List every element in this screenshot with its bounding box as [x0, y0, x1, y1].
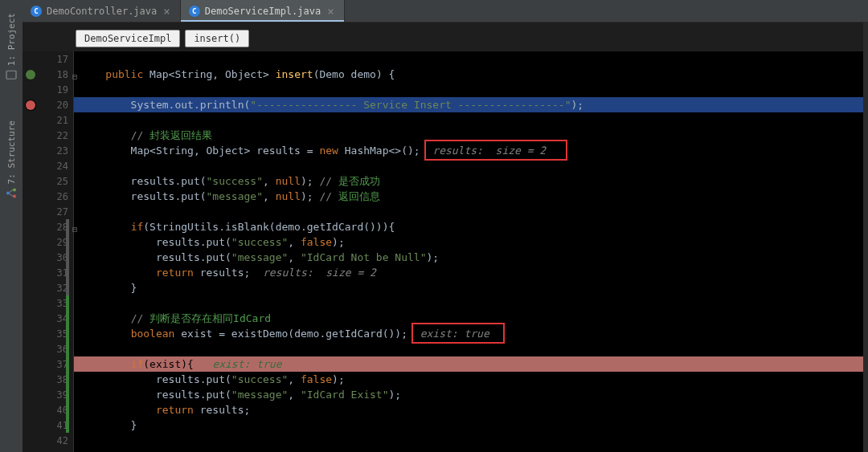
change-bar [66, 189, 69, 204]
code-area[interactable]: public Map<String, Object> insert(Demo d… [74, 51, 863, 452]
sidebar-tab-label: 7: Structure [6, 120, 17, 184]
code-line[interactable]: public Map<String, Object> insert(Demo d… [74, 67, 863, 82]
code-line[interactable]: results.put("success", false); [74, 234, 863, 250]
gutter-line[interactable]: 23 [23, 143, 73, 158]
code-line[interactable] [74, 82, 863, 97]
code-line[interactable]: results.put("message", "IdCard Exist"); [74, 387, 863, 402]
change-bar [66, 433, 69, 448]
change-bar [66, 250, 69, 265]
code-line[interactable]: // 封装返回结果 [74, 128, 863, 143]
gutter-line[interactable]: 26 [23, 189, 73, 204]
change-bar [66, 265, 69, 280]
tab-label: DemoServiceImpl.java [205, 6, 321, 17]
gutter-line[interactable]: 32 [23, 280, 73, 295]
code-line[interactable]: return results; results: size = 2 [74, 265, 863, 280]
editor-tab-demoserviceimpl[interactable]: C DemoServiceImpl.java × [181, 0, 345, 22]
change-bar [66, 234, 69, 250]
class-icon: C [189, 6, 200, 17]
sidebar-tab-project[interactable]: 1: Project [4, 5, 18, 88]
code-line[interactable] [74, 433, 863, 448]
gutter-line[interactable]: 25 [23, 173, 73, 189]
code-line[interactable] [74, 112, 863, 128]
gutter-line[interactable]: 27 [23, 204, 73, 219]
code-line[interactable] [74, 204, 863, 219]
code-line[interactable]: results.put("success", null); // 是否成功 [74, 173, 863, 189]
gutter-line[interactable]: 41 [23, 417, 73, 433]
gutter-line[interactable]: 34 [23, 311, 73, 326]
gutter-line[interactable]: 38 [23, 372, 73, 387]
code-line[interactable]: if(StringUtils.isBlank(demo.getIdCard())… [74, 219, 863, 234]
change-bar [66, 82, 69, 97]
code-line[interactable] [74, 158, 863, 173]
svg-point-2 [13, 189, 16, 192]
change-bar [66, 67, 69, 82]
change-bar [66, 295, 69, 311]
code-line[interactable]: } [74, 280, 863, 295]
gutter-line[interactable]: 39 [23, 387, 73, 402]
gutter-line[interactable]: 36 [23, 341, 73, 356]
change-bar [66, 51, 69, 67]
gutter-line[interactable]: 35 [23, 326, 73, 341]
gutter-line[interactable]: 30 [23, 250, 73, 265]
gutter-line[interactable]: 20 [23, 97, 73, 112]
editor-tab-democontroller[interactable]: C DemoController.java × [23, 0, 181, 22]
code-line[interactable]: results.put("message", "IdCard Not be Nu… [74, 250, 863, 265]
change-bar [66, 417, 69, 433]
editor-tabs: C DemoController.java × C DemoServiceImp… [23, 0, 868, 22]
change-bar [66, 326, 69, 341]
change-bar [66, 311, 69, 326]
sidebar-tab-label: 1: Project [6, 13, 17, 66]
change-bar [66, 341, 69, 356]
breadcrumb-method[interactable]: insert() [185, 30, 249, 47]
code-editor[interactable]: 1718192021222324252627282930313233343536… [23, 51, 863, 452]
code-line[interactable] [74, 341, 863, 356]
change-bar [66, 158, 69, 173]
code-line[interactable]: boolean exist = existDemo(demo.getIdCard… [74, 326, 863, 341]
code-line[interactable]: System.out.println("---------------- Ser… [74, 97, 863, 112]
code-line[interactable]: results.put("message", null); // 返回信息 [74, 189, 863, 204]
code-line[interactable] [74, 51, 863, 67]
close-icon[interactable]: × [326, 5, 335, 18]
gutter-line[interactable]: 31 [23, 265, 73, 280]
change-bar [66, 356, 69, 372]
change-bar [66, 280, 69, 295]
gutter-line[interactable]: 42 [23, 433, 73, 448]
tab-label: DemoController.java [47, 6, 157, 17]
change-bar [66, 219, 69, 234]
svg-rect-0 [6, 71, 16, 79]
gutter[interactable]: 1718192021222324252627282930313233343536… [23, 51, 74, 452]
code-line[interactable]: if(exist){ exist: true [74, 356, 863, 372]
run-marker-icon[interactable] [26, 70, 35, 79]
code-line[interactable]: } [74, 417, 863, 433]
code-line[interactable]: return results; [74, 402, 863, 417]
change-bar [66, 387, 69, 402]
change-bar [66, 173, 69, 189]
project-icon [6, 69, 17, 80]
code-line[interactable]: results.put("success", false); [74, 372, 863, 387]
gutter-line[interactable]: 37 [23, 356, 73, 372]
structure-icon [6, 188, 17, 199]
breakpoint-icon[interactable] [26, 100, 35, 110]
gutter-line[interactable]: 17 [23, 51, 73, 67]
class-icon: C [31, 6, 42, 17]
change-bar [66, 402, 69, 417]
change-bar [66, 372, 69, 387]
gutter-line[interactable]: 29 [23, 234, 73, 250]
gutter-line[interactable]: 19 [23, 82, 73, 97]
breadcrumb-class[interactable]: DemoServiceImpl [76, 30, 180, 47]
code-line[interactable]: // 判断是否存在相同IdCard [74, 311, 863, 326]
gutter-line[interactable]: 28 [23, 219, 73, 234]
gutter-line[interactable]: 22 [23, 128, 73, 143]
gutter-line[interactable]: 21 [23, 112, 73, 128]
tool-window-sidebar: 1: Project 7: Structure [0, 0, 23, 452]
gutter-line[interactable]: 33 [23, 295, 73, 311]
code-line[interactable] [74, 295, 863, 311]
gutter-line[interactable]: 24 [23, 158, 73, 173]
gutter-line[interactable]: 18 [23, 67, 73, 82]
close-icon[interactable]: × [162, 5, 171, 18]
sidebar-tab-structure[interactable]: 7: Structure [4, 112, 18, 206]
gutter-line[interactable]: 40 [23, 402, 73, 417]
breadcrumb: DemoServiceImpl insert() [76, 29, 249, 48]
code-line[interactable]: Map<String, Object> results = new HashMa… [74, 143, 863, 158]
scrollbar-stripe[interactable] [863, 22, 868, 452]
